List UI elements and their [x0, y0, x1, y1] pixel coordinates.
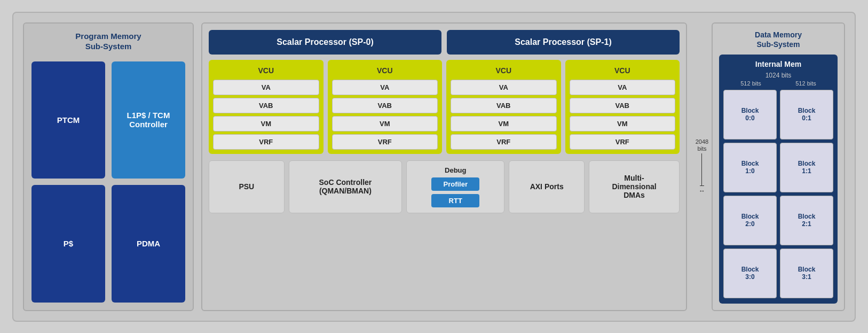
vcu-row: VCU VA VAB VM VRF VCU VA VAB VM VRF VCU …	[209, 60, 680, 154]
vcu2-vrf: VRF	[451, 134, 557, 150]
vcu1-vrf: VRF	[332, 134, 438, 150]
bits-512-row: 512 bits 512 bits	[723, 80, 833, 87]
axi-ports-block: AXI Ports	[509, 160, 585, 213]
vcu2-va: VA	[451, 80, 557, 95]
left-panel-title: Program MemorySub-System	[31, 31, 185, 52]
vcu0-va: VA	[213, 80, 319, 95]
vcu0-vab: VAB	[213, 98, 319, 113]
program-memory-subsystem: Program MemorySub-System PTCM L1P$ / TCM…	[23, 22, 194, 311]
block-1-0: Block1:0	[723, 143, 777, 192]
block-2-1: Block2:1	[780, 196, 833, 245]
block-0-1: Block0:1	[780, 90, 833, 140]
vcu-group-1: VCU VA VAB VM VRF	[328, 60, 443, 154]
block-2-0: Block2:0	[723, 196, 777, 245]
vcu3-vab: VAB	[570, 98, 676, 113]
sp1-block: Scalar Processor (SP-1)	[447, 30, 680, 55]
right-panel-title: Data MemorySub-System	[719, 30, 838, 49]
ptcm-block: PTCM	[31, 61, 105, 179]
scalar-processor-row: Scalar Processor (SP-0) Scalar Processor…	[209, 30, 680, 55]
right-section: 2048bits ↔ Data MemorySub-System Interna…	[695, 22, 845, 311]
vcu-header-2: VCU	[451, 64, 557, 77]
sp0-block: Scalar Processor (SP-0)	[209, 30, 441, 55]
block-3-0: Block3:0	[723, 249, 777, 298]
debug-block: Debug Profiler RTT	[406, 160, 504, 213]
vcu1-vab: VAB	[332, 98, 438, 113]
memory-block-grid: Block0:0 Block0:1 Block1:0 Block1:1 Bloc…	[723, 90, 833, 298]
left-arrow: ↔	[699, 187, 705, 195]
vcu-group-3: VCU VA VAB VM VRF	[565, 60, 680, 154]
soc-controller-block: SoC Controller(QMAN/BMAN)	[289, 160, 403, 213]
debug-title: Debug	[445, 166, 466, 174]
left-blocks-grid: PTCM L1P$ / TCMController P$ PDMA	[31, 61, 185, 303]
vcu-group-0: VCU VA VAB VM VRF	[209, 60, 323, 154]
bits-2048-label: 2048bits	[696, 138, 708, 152]
profiler-button[interactable]: Profiler	[431, 177, 479, 191]
data-memory-subsystem: Data MemorySub-System Internal Mem 1024 …	[712, 22, 845, 311]
bits-2048-container: 2048bits ↔	[695, 22, 709, 311]
vcu-header-1: VCU	[332, 64, 438, 77]
bits-512-right-label: 512 bits	[795, 80, 816, 87]
block-3-1: Block3:1	[780, 249, 833, 298]
rtt-button[interactable]: RTT	[431, 194, 479, 207]
bottom-row: PSU SoC Controller(QMAN/BMAN) Debug Prof…	[209, 160, 680, 213]
vcu0-vm: VM	[213, 116, 319, 131]
internal-mem-title: Internal Mem	[723, 60, 833, 68]
vcu1-va: VA	[332, 80, 438, 95]
bits-1024-label: 1024 bits	[723, 72, 833, 79]
vcu-header-0: VCU	[213, 64, 319, 77]
pdma-block: PDMA	[112, 185, 185, 303]
vcu-group-2: VCU VA VAB VM VRF	[446, 60, 561, 154]
internal-mem-outer: Internal Mem 1024 bits 512 bits 512 bits…	[719, 55, 838, 304]
l1ps-tcm-block: L1P$ / TCMController	[112, 61, 185, 179]
dma-block: Multi-DimensionalDMAs	[589, 160, 680, 213]
block-0-0: Block0:0	[723, 90, 777, 140]
vcu2-vm: VM	[451, 116, 557, 131]
vcu-header-3: VCU	[570, 64, 676, 77]
block-1-1: Block1:1	[780, 143, 833, 192]
processor-area: Scalar Processor (SP-0) Scalar Processor…	[201, 22, 687, 311]
ps-block: P$	[31, 185, 105, 303]
bits-512-left-label: 512 bits	[740, 80, 761, 87]
vcu3-vm: VM	[570, 116, 676, 131]
main-diagram: Program MemorySub-System PTCM L1P$ / TCM…	[12, 12, 856, 322]
vcu0-vrf: VRF	[213, 134, 319, 150]
vcu3-va: VA	[570, 80, 676, 95]
vcu1-vm: VM	[332, 116, 438, 131]
vcu3-vrf: VRF	[570, 134, 676, 150]
psu-block: PSU	[209, 160, 285, 213]
vcu2-vab: VAB	[451, 98, 557, 113]
